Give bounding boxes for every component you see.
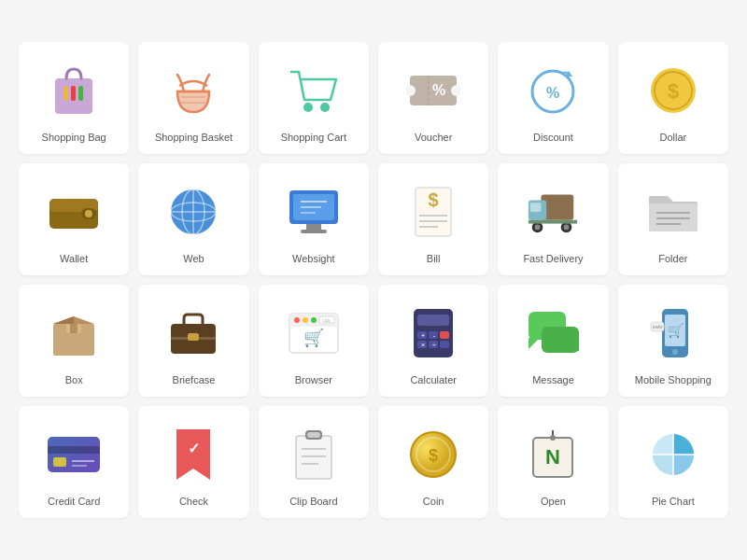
- web-label: Web: [183, 253, 204, 264]
- svg-rect-92: [48, 437, 100, 472]
- svg-rect-1: [63, 86, 68, 101]
- icon-card-browser[interactable]: URL 🛒 Browser: [259, 285, 369, 397]
- folder-icon: [645, 184, 701, 240]
- icon-card-discount[interactable]: % Discount: [498, 42, 608, 154]
- svg-text:URL: URL: [322, 318, 331, 324]
- svg-point-65: [303, 317, 308, 323]
- icon-card-shopping-bag[interactable]: Shopping Bag: [19, 42, 129, 154]
- icon-card-web[interactable]: Web: [138, 163, 248, 275]
- coin-label: Coin: [423, 496, 444, 507]
- icon-card-check[interactable]: ✓ Check: [138, 406, 248, 518]
- wallet-label: Wallet: [60, 253, 88, 264]
- briefcase-label: Briefcase: [173, 374, 216, 385]
- svg-marker-83: [529, 338, 540, 349]
- fast-delivery-icon: [525, 184, 581, 240]
- svg-text:✓: ✓: [188, 441, 200, 456]
- web-icon: [165, 184, 221, 240]
- shopping-bag-label: Shopping Bag: [42, 132, 106, 143]
- icon-card-wallet[interactable]: Wallet: [19, 163, 129, 275]
- svg-point-66: [311, 317, 317, 323]
- svg-point-23: [85, 210, 92, 217]
- clip-board-label: Clip Board: [289, 496, 337, 507]
- svg-text:×: ×: [421, 341, 426, 349]
- svg-rect-60: [188, 333, 199, 341]
- mobile-shopping-icon: 🛒 sale: [645, 305, 701, 361]
- coin-icon: $: [405, 427, 461, 483]
- icon-grid: Shopping Bag Shopping Basket Shopp: [0, 23, 747, 537]
- icon-card-message[interactable]: Message: [498, 285, 608, 397]
- folder-label: Folder: [658, 253, 687, 264]
- message-icon: [525, 305, 581, 361]
- box-label: Box: [65, 374, 83, 385]
- svg-rect-57: [70, 324, 78, 333]
- svg-text:$: $: [668, 79, 679, 103]
- icon-card-calculater[interactable]: + - × ÷ Calculater: [378, 285, 488, 397]
- pie-chart-icon: [645, 427, 701, 483]
- svg-text:🛒: 🛒: [667, 323, 684, 339]
- open-label: Open: [541, 496, 566, 507]
- clip-board-icon: [286, 427, 342, 483]
- svg-point-47: [564, 225, 570, 231]
- credit-card-icon: [46, 427, 102, 483]
- svg-point-88: [672, 349, 678, 355]
- icon-card-credit-card[interactable]: Credit Card: [19, 406, 129, 518]
- dollar-icon: $: [645, 63, 701, 119]
- check-icon: ✓: [165, 427, 221, 483]
- svg-rect-74: [440, 331, 449, 339]
- svg-point-8: [320, 103, 330, 112]
- shopping-cart-label: Shopping Cart: [281, 132, 346, 143]
- icon-card-briefcase[interactable]: Briefcase: [138, 285, 248, 397]
- icon-card-coin[interactable]: $ Coin: [378, 406, 488, 518]
- icon-card-websight[interactable]: Websight: [259, 163, 369, 275]
- svg-marker-55: [53, 316, 74, 324]
- svg-rect-101: [307, 432, 320, 438]
- svg-text:-: -: [433, 331, 436, 340]
- svg-text:🛒: 🛒: [303, 328, 325, 348]
- svg-rect-3: [78, 86, 83, 101]
- svg-rect-94: [53, 457, 66, 467]
- icon-card-pie-chart[interactable]: Pie Chart: [618, 406, 728, 518]
- icon-card-clip-board[interactable]: Clip Board: [259, 406, 369, 518]
- svg-rect-93: [48, 446, 100, 454]
- icon-card-dollar[interactable]: $ Dollar: [618, 42, 728, 154]
- icon-card-box[interactable]: Box: [19, 285, 129, 397]
- calculater-label: Calculater: [410, 374, 457, 385]
- icon-card-shopping-cart[interactable]: Shopping Cart: [259, 42, 369, 154]
- svg-text:$: $: [429, 446, 438, 465]
- shopping-bag-icon: [46, 63, 102, 119]
- svg-rect-35: [301, 230, 327, 233]
- svg-rect-71: [417, 315, 449, 326]
- svg-text:sale: sale: [652, 324, 663, 329]
- svg-point-112: [550, 435, 556, 441]
- websight-label: Websight: [292, 253, 335, 264]
- svg-rect-43: [530, 203, 542, 212]
- icon-card-fast-delivery[interactable]: Fast Delivery: [498, 163, 608, 275]
- voucher-label: Voucher: [415, 132, 452, 143]
- websight-icon: [286, 184, 342, 240]
- svg-text:$: $: [429, 189, 439, 210]
- svg-point-64: [294, 317, 300, 323]
- svg-rect-34: [306, 224, 321, 230]
- svg-rect-2: [71, 86, 76, 101]
- box-icon: [46, 305, 102, 361]
- credit-card-label: Credit Card: [48, 496, 100, 507]
- calculater-icon: + - × ÷: [405, 305, 461, 361]
- icon-card-folder[interactable]: Folder: [618, 163, 728, 275]
- check-label: Check: [179, 496, 208, 507]
- wallet-icon: [46, 184, 102, 240]
- bill-label: Bill: [427, 253, 441, 264]
- icon-card-open[interactable]: N Open: [498, 406, 608, 518]
- svg-point-7: [303, 103, 313, 112]
- briefcase-icon: [165, 305, 221, 361]
- mobile-shopping-label: Mobile Shopping: [635, 374, 712, 385]
- icon-card-bill[interactable]: $ Bill: [378, 163, 488, 275]
- svg-text:+: +: [421, 331, 426, 340]
- browser-label: Browser: [295, 374, 332, 385]
- icon-card-shopping-basket[interactable]: Shopping Basket: [138, 42, 248, 154]
- svg-text:N: N: [546, 445, 561, 469]
- icon-card-mobile-shopping[interactable]: 🛒 sale Mobile Shopping: [618, 285, 728, 397]
- icon-card-voucher[interactable]: % Voucher: [378, 42, 488, 154]
- bill-icon: $: [405, 184, 461, 240]
- svg-point-45: [535, 225, 541, 231]
- dollar-label: Dollar: [659, 132, 686, 143]
